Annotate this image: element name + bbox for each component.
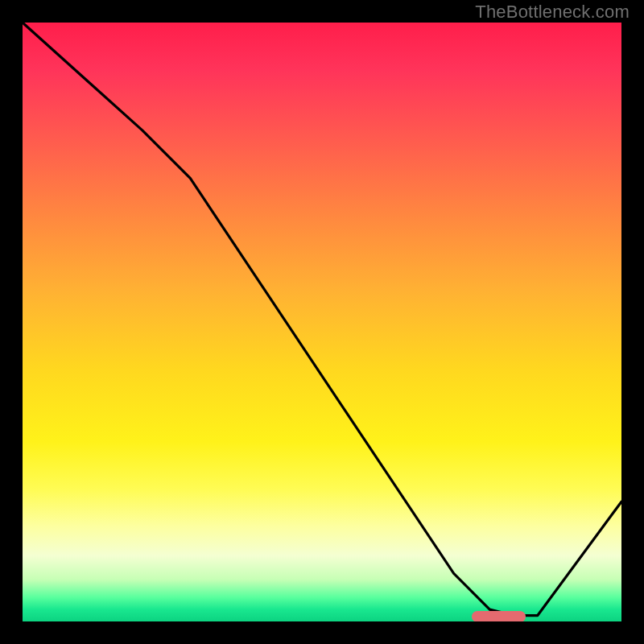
- plot-area: [23, 23, 621, 621]
- curve-path: [23, 23, 621, 616]
- bottleneck-curve: [23, 23, 621, 621]
- optimal-range-marker: [472, 611, 526, 621]
- watermark-text: TheBottleneck.com: [475, 2, 630, 23]
- chart-canvas: TheBottleneck.com: [0, 0, 644, 644]
